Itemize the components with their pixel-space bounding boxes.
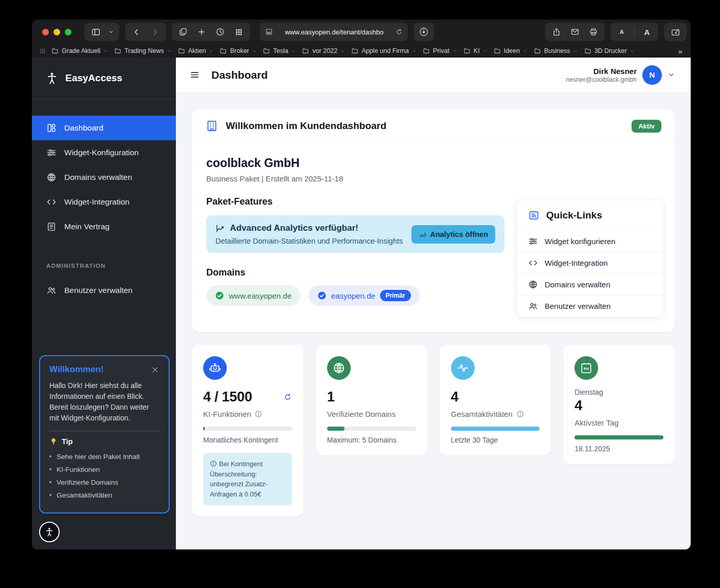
sidebar-item-benutzer-verwalten[interactable]: Benutzer verwalten [32, 278, 176, 303]
sidebar-item-label: Widget-Konfiguration [64, 148, 139, 157]
users-icon [46, 285, 57, 296]
browser-window: www.easyopen.de/tenant/dashbo A A [32, 20, 691, 549]
bookmark-folder[interactable]: Apple und Firma [351, 47, 417, 54]
refresh-icon[interactable] [283, 393, 292, 401]
bookmark-label: Grade Aktuell [62, 47, 100, 54]
info-icon[interactable] [516, 410, 524, 418]
decrease-text-button[interactable]: A [614, 24, 630, 40]
bookmark-folder[interactable]: vor 2022 [302, 47, 345, 54]
features-heading: Paket-Features [206, 196, 505, 207]
bookmark-folder[interactable]: Tesla [263, 47, 296, 54]
domain-chip-primary: easyopen.de Primär [309, 285, 420, 306]
sliders-icon [46, 148, 57, 158]
compose-button[interactable] [664, 23, 687, 41]
new-tab-icon[interactable] [193, 24, 210, 40]
bookmark-label: Apple und Firma [362, 47, 409, 54]
bookmark-folder[interactable]: Broker [220, 47, 257, 54]
increase-text-button[interactable]: A [639, 24, 655, 40]
sidebar-item-domains-verwalten[interactable]: Domains verwalten [32, 165, 176, 190]
minimize-window-button[interactable] [53, 29, 60, 35]
chevron-down-icon[interactable] [668, 71, 675, 79]
note-text: Bei Kontingent Überschreitung: unbegrenz… [210, 460, 267, 498]
info-icon [210, 460, 217, 467]
browser-toolbar: www.easyopen.de/tenant/dashbo A A [32, 20, 691, 44]
tip-text: KI-Funktionen [57, 464, 100, 476]
chevron-down-icon [412, 49, 417, 53]
open-analytics-button[interactable]: Analytics öffnen [411, 225, 495, 244]
bookmark-folder[interactable]: Trading News [114, 47, 172, 54]
domain-name: easyopen.de [331, 291, 375, 300]
bookmark-label: 3D Drucker [595, 47, 627, 54]
stat-card-verifizierte-domains: 1 Verifizierte Domains Maximum: 5 Domain… [316, 345, 427, 455]
tab-overview-icon[interactable] [175, 24, 191, 40]
quick-link-widget-integration[interactable]: Widget-Integration [517, 252, 663, 274]
address-bar[interactable]: www.easyopen.de/tenant/dashbo [260, 23, 408, 41]
bookmark-folder[interactable]: Privat [423, 47, 457, 54]
tip-item: Sehe hier dein Paket Inhalt [49, 451, 159, 464]
avatar[interactable]: N [642, 65, 662, 85]
back-button[interactable] [128, 24, 145, 40]
folder-icon [178, 47, 185, 54]
sidebar-item-widget-integration[interactable]: Widget-Integration [32, 190, 176, 214]
folder-icon [534, 47, 541, 54]
close-window-button[interactable] [42, 29, 49, 35]
print-icon[interactable] [585, 24, 602, 40]
bookmark-folder[interactable]: Business [534, 47, 578, 54]
menu-hamburger-icon[interactable] [189, 69, 200, 80]
brand-name: EasyAccess [65, 72, 122, 84]
chevron-down-icon [523, 49, 528, 53]
sidebar-chevron-icon[interactable] [106, 24, 116, 40]
welcome-card: Willkommen im Kundendashboard Aktiv cool… [192, 109, 675, 332]
bookmark-folder[interactable]: KI [463, 47, 488, 54]
history-nav-group [125, 23, 166, 41]
folder-icon [494, 47, 501, 54]
accessibility-widget-button[interactable] [39, 522, 60, 542]
bookmark-list: Grade Aktuell Trading News Aktien [51, 47, 641, 54]
share-icon[interactable] [548, 24, 565, 40]
stat-label: Gesamtaktivitäten [451, 410, 513, 418]
quick-link-widget-konfigurieren[interactable]: Widget konfigurieren [517, 231, 663, 252]
quick-link-domains-verwalten[interactable]: Domains verwalten [517, 274, 663, 296]
folder-icon [114, 47, 121, 54]
info-icon[interactable] [255, 410, 262, 418]
history-clock-icon[interactable] [212, 24, 228, 40]
sidebar-item-mein-vertrag[interactable]: Mein Vertrag [32, 214, 176, 239]
tip-item: KI-Funktionen [49, 464, 159, 476]
sidebar-item-dashboard[interactable]: Dashboard [32, 116, 176, 140]
bookmark-folder[interactable]: 3D Drucker [584, 47, 635, 54]
sidebar-item-label: Dashboard [64, 123, 103, 133]
reload-icon[interactable] [395, 28, 403, 35]
reader-icon[interactable] [265, 28, 273, 36]
url-text[interactable]: www.easyopen.de/tenant/dashbo [277, 28, 391, 36]
accessibility-person-icon [45, 71, 59, 85]
forward-button[interactable] [147, 24, 163, 40]
chart-line-icon [215, 224, 225, 233]
bookmark-label: Ideen [504, 47, 520, 54]
stat-value: 4 [574, 398, 663, 414]
zoom-window-button[interactable] [65, 29, 71, 35]
bookmark-folder[interactable]: Aktien [178, 47, 214, 54]
close-icon[interactable] [151, 365, 159, 374]
chevron-down-icon [103, 49, 108, 53]
sidebar-item-widget-konfiguration[interactable]: Widget-Konfiguration [32, 140, 176, 165]
user-email: nesner@coolblack.gmbh [566, 76, 637, 83]
bookmark-label: Business [544, 47, 570, 54]
downloads-button[interactable] [413, 23, 434, 41]
sliders-icon [528, 236, 538, 246]
stat-footer: 18.11.2025 [574, 445, 663, 453]
browser-sidebar-icon[interactable] [87, 24, 104, 40]
user-menu[interactable]: Dirk Nesner nesner@coolblack.gmbh N [566, 65, 675, 85]
mail-icon[interactable] [567, 24, 583, 40]
quick-link-label: Domains verwalten [545, 280, 610, 289]
sidebar-item-label: Mein Vertrag [64, 222, 110, 231]
quick-link-benutzer-verwalten[interactable]: Benutzer verwalten [517, 296, 663, 317]
calendar-icon [574, 356, 598, 380]
sidebar-item-label: Widget-Integration [64, 197, 130, 207]
bookmarks-overflow-button[interactable]: » [678, 47, 682, 56]
bookmark-folder[interactable]: Grade Aktuell [51, 47, 108, 54]
bookmarks-grid-icon[interactable] [39, 47, 46, 54]
tab-grid-icon[interactable] [230, 24, 247, 40]
bookmark-folder[interactable]: Ideen [494, 47, 528, 54]
quota-note: Bei Kontingent Überschreitung: unbegrenz… [203, 453, 292, 505]
bookmark-label: Privat [433, 47, 449, 54]
